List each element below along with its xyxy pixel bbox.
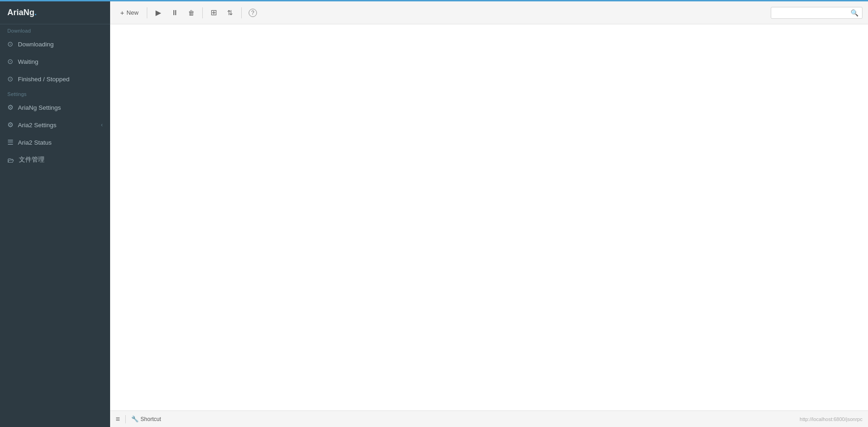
- grid-icon: ⊞: [211, 8, 217, 17]
- sidebar-item-aria2-status[interactable]: ☰ Aria2 Status: [0, 134, 110, 151]
- sidebar-item-label: Waiting: [18, 58, 39, 65]
- aria2-settings-icon: ⚙: [7, 121, 13, 129]
- sidebar-item-label: Aria2 Settings: [18, 122, 56, 129]
- sidebar-item-file-manager[interactable]: 🗁 文件管理: [0, 151, 110, 169]
- delete-icon: 🗑: [188, 9, 195, 17]
- content-area: [110, 24, 868, 410]
- search-icon: 🔍: [851, 9, 858, 17]
- play-icon: ▶: [156, 8, 161, 17]
- bottom-bar: ≡ 🔧 Shortcut http://localhost:6800/jsonr…: [110, 410, 868, 427]
- toolbar-divider-1: [147, 7, 147, 18]
- app-logo: AriaNg.: [0, 1, 110, 24]
- new-button[interactable]: + New: [116, 6, 143, 19]
- bottom-divider: [125, 415, 126, 423]
- downloading-icon: ⊙: [7, 40, 13, 48]
- search-input[interactable]: [775, 9, 851, 16]
- sort-button[interactable]: ⇅: [223, 6, 238, 20]
- app-title: AriaNg: [7, 8, 34, 17]
- sidebar-item-waiting[interactable]: ⊙ Waiting: [0, 53, 110, 70]
- sidebar-item-label: AriaNg Settings: [18, 104, 61, 111]
- sidebar-item-label: Finished / Stopped: [18, 76, 70, 83]
- wrench-icon: 🔧: [131, 416, 139, 422]
- pause-icon: ⏸: [171, 9, 178, 17]
- sidebar-section-settings: Settings: [0, 88, 110, 99]
- ariang-settings-icon: ⚙: [7, 103, 13, 112]
- delete-button[interactable]: 🗑: [184, 6, 199, 20]
- toolbar-divider-3: [241, 7, 242, 18]
- pause-button[interactable]: ⏸: [167, 6, 182, 20]
- sidebar-item-label: 文件管理: [19, 156, 45, 164]
- sidebar-item-finished-stopped[interactable]: ⊙ Finished / Stopped: [0, 70, 110, 88]
- new-label: New: [127, 9, 139, 16]
- plus-icon: +: [120, 9, 124, 17]
- sidebar-item-downloading[interactable]: ⊙ Downloading: [0, 35, 110, 53]
- sort-icon: ⇅: [227, 9, 233, 17]
- play-button[interactable]: ▶: [151, 6, 166, 20]
- bottom-url: http://localhost:6800/jsonrpc: [800, 416, 862, 422]
- menu-icon[interactable]: ≡: [116, 415, 120, 423]
- search-bar[interactable]: 🔍: [771, 7, 862, 19]
- sidebar-section-download: Download: [0, 24, 110, 35]
- sidebar-item-label: Aria2 Status: [18, 139, 52, 146]
- sidebar: AriaNg. Download ⊙ Downloading ⊙ Waiting…: [0, 1, 110, 427]
- help-icon: ?: [249, 9, 257, 17]
- app-title-dot: .: [34, 8, 37, 17]
- shortcut-button[interactable]: 🔧 Shortcut: [131, 416, 161, 422]
- grid-view-button[interactable]: ⊞: [206, 6, 221, 20]
- file-manager-icon: 🗁: [7, 156, 14, 164]
- waiting-icon: ⊙: [7, 57, 13, 66]
- chevron-icon: ‹: [101, 122, 103, 128]
- finished-icon: ⊙: [7, 75, 13, 83]
- sidebar-item-label: Downloading: [18, 41, 54, 48]
- sidebar-item-ariang-settings[interactable]: ⚙ AriaNg Settings: [0, 99, 110, 116]
- aria2-status-icon: ☰: [7, 138, 13, 146]
- main-area: + New ▶ ⏸ 🗑 ⊞ ⇅ ?: [110, 1, 868, 427]
- sidebar-item-aria2-settings[interactable]: ⚙ Aria2 Settings ‹: [0, 116, 110, 134]
- shortcut-label: Shortcut: [140, 416, 161, 422]
- toolbar: + New ▶ ⏸ 🗑 ⊞ ⇅ ?: [110, 1, 868, 24]
- help-button[interactable]: ?: [245, 6, 260, 20]
- toolbar-divider-2: [202, 7, 203, 18]
